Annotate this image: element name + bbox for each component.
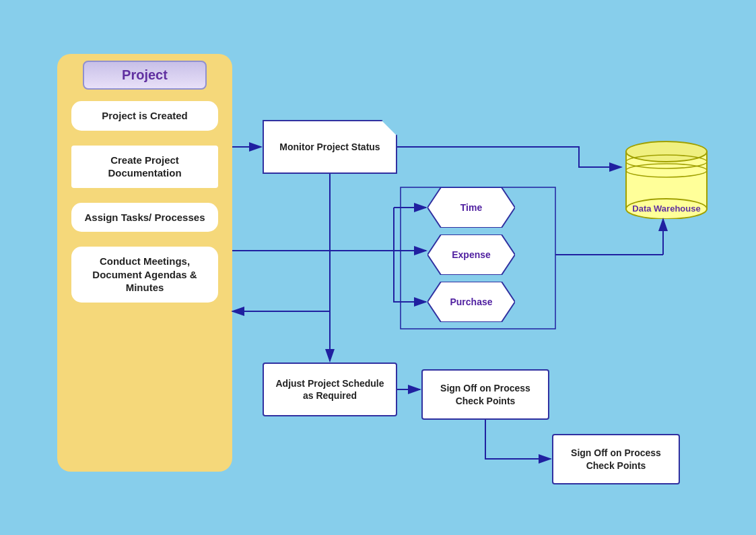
data-warehouse-cylinder: Data Warehouse: [623, 131, 710, 219]
assign-tasks-box: Assign Tasks/ Processes: [71, 203, 219, 232]
create-doc-box: Create Project Documentation: [71, 146, 219, 188]
signoff1-box: Sign Off on Process Check Points: [421, 369, 549, 420]
data-warehouse-label: Data Warehouse: [623, 203, 710, 214]
svg-point-5: [626, 141, 707, 162]
purchase-hexagon: Purchase: [427, 282, 515, 322]
swimlane-project: Project Project is Created Create Projec…: [57, 54, 232, 472]
conduct-meetings-box: Conduct Meetings, Document Agendas & Min…: [71, 247, 219, 303]
expense-hexagon: Expense: [427, 234, 515, 275]
signoff2-box: Sign Off on Process Check Points: [552, 434, 680, 484]
monitor-status-box: Monitor Project Status: [263, 120, 397, 174]
project-created-box: Project is Created: [71, 101, 219, 131]
swimlane-title: Project: [83, 61, 207, 90]
adjust-schedule-box: Adjust Project Schedule as Required: [263, 363, 397, 416]
time-hexagon: Time: [427, 187, 515, 228]
